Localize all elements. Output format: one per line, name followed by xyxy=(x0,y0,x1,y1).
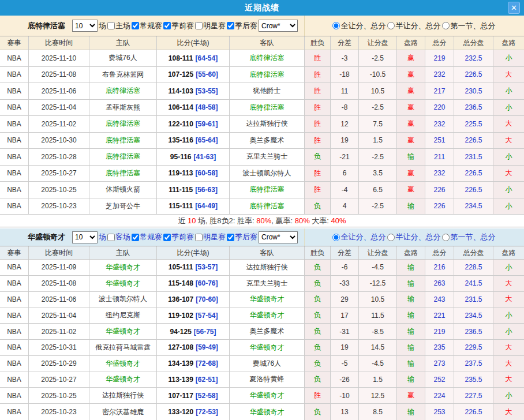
team-section-pistons: 底特律活塞 10 场 主场常规赛季前赛明星赛季后赛 Crow* 全让分、总分半让… xyxy=(0,16,524,228)
score-half-time: [64-54] xyxy=(196,54,218,62)
cell-score: 119-102[57-54] xyxy=(157,308,230,323)
cell-win-loss: 负 xyxy=(305,276,331,291)
team-name: 底特律活塞 xyxy=(28,21,65,31)
filter-checkbox-label: 明星赛 xyxy=(203,21,226,31)
filter-checkbox-label: 常规赛 xyxy=(140,21,162,31)
cell-point-diff: -31 xyxy=(331,324,359,339)
cell-over-under: 大 xyxy=(493,166,524,182)
close-icon[interactable]: ✕ xyxy=(508,2,520,14)
summary-text: 场, 胜8负2: 胜率: xyxy=(196,216,256,226)
score-full-time: 108-111 xyxy=(169,54,193,62)
cell-point-diff: -18 xyxy=(331,67,359,83)
filter-checkbox[interactable] xyxy=(195,234,203,241)
game-row: NBA2025-11-02华盛顿奇才94-125[56-75]奥兰多魔术负-31… xyxy=(0,324,524,340)
odds-type-radio-label: 第一节、总分 xyxy=(451,21,496,31)
filter-checkbox[interactable] xyxy=(107,234,115,241)
games-count-suffix: 场 xyxy=(99,21,106,31)
cell-handicap-result: 输 xyxy=(397,356,425,372)
odds-type-radio[interactable] xyxy=(442,234,450,241)
cell-point-diff: -5 xyxy=(331,356,359,372)
score-half-time: [65-64] xyxy=(196,136,218,144)
column-header: 比分(半场) xyxy=(157,246,230,259)
filter-checkbox-label: 明星赛 xyxy=(203,232,226,242)
filter-checkbox-label: 季后赛 xyxy=(235,21,257,31)
summary-row: 近 10 场, 胜8负2: 胜率: 80%, 赢率: 80% 大率: 40% xyxy=(0,215,524,227)
cell-date: 2025-11-04 xyxy=(29,308,89,323)
cell-score: 113-139[62-51] xyxy=(157,372,230,388)
filter-checkbox-item: 季后赛 xyxy=(226,21,257,31)
filter-checkbox[interactable] xyxy=(163,234,171,241)
column-header: 胜负 xyxy=(305,246,331,259)
games-count-select[interactable]: 10 xyxy=(72,20,98,32)
score-half-time: [53-55] xyxy=(196,87,218,95)
cell-point-diff: -21 xyxy=(331,149,359,165)
score-full-time: 106-114 xyxy=(168,103,193,111)
odds-type-radio[interactable] xyxy=(387,22,395,29)
cell-point-diff: -33 xyxy=(331,276,359,291)
games-count-select[interactable]: 10 xyxy=(72,231,98,243)
filter-checkbox[interactable] xyxy=(163,22,171,29)
cell-date: 2025-11-08 xyxy=(29,67,89,83)
cell-total-line: 227.5 xyxy=(454,388,493,403)
cell-handicap-line: 11.5 xyxy=(359,308,397,323)
odds-type-radio[interactable] xyxy=(332,234,340,241)
cell-away-team: 华盛顿奇才 xyxy=(230,340,305,355)
game-row: NBA2025-11-09华盛顿奇才105-111[53-57]达拉斯独行侠负-… xyxy=(0,260,524,276)
filter-checkbox[interactable] xyxy=(195,22,203,29)
cell-away-team: 克里夫兰骑士 xyxy=(230,149,305,165)
summary-text: 大率: xyxy=(310,216,331,226)
cell-home-team: 达拉斯独行侠 xyxy=(89,388,157,403)
odds-type-radio[interactable] xyxy=(442,22,450,29)
score-half-time: [72-53] xyxy=(196,408,218,416)
cell-league: NBA xyxy=(0,67,29,83)
filter-checkbox[interactable] xyxy=(227,22,234,29)
cell-handicap-result: 赢 xyxy=(397,67,425,83)
bookmaker-select[interactable]: Crow* xyxy=(259,231,298,243)
cell-home-team: 费城76人 xyxy=(89,50,157,66)
cell-point-diff: -6 xyxy=(331,260,359,275)
cell-score: 114-103[53-55] xyxy=(157,83,230,99)
odds-type-radio[interactable] xyxy=(332,22,340,29)
score-half-time: [72-68] xyxy=(196,359,218,367)
odds-type-radio[interactable] xyxy=(387,234,395,241)
column-header: 盘路 xyxy=(397,246,425,259)
cell-date: 2025-10-27 xyxy=(29,372,89,388)
cell-total-points: 226 xyxy=(425,198,454,215)
cell-handicap-line: 14.5 xyxy=(359,340,397,355)
cell-over-under: 大 xyxy=(493,340,524,355)
filter-checkbox-item: 明星赛 xyxy=(194,232,226,242)
cell-over-under: 大 xyxy=(493,292,524,308)
cell-total-points: 217 xyxy=(425,83,454,99)
cell-total-line: 226.5 xyxy=(454,182,493,198)
cell-league: NBA xyxy=(0,260,29,275)
filter-checkbox[interactable] xyxy=(227,234,234,241)
results-table: NBA2025-11-10费城76人108-111[64-54]底特律活塞胜-3… xyxy=(0,50,524,215)
score-full-time: 135-116 xyxy=(168,136,193,144)
odds-type-radio-label: 全让分、总分 xyxy=(341,232,386,242)
cell-point-diff: -8 xyxy=(331,100,359,116)
cell-total-points: 221 xyxy=(425,308,454,323)
cell-league: NBA xyxy=(0,404,29,420)
filter-checkbox[interactable] xyxy=(107,22,115,29)
cell-date: 2025-11-04 xyxy=(29,100,89,116)
cell-date: 2025-11-06 xyxy=(29,292,89,308)
score-half-time: [41-63] xyxy=(194,153,216,161)
odds-type-radio-label: 半让分、总分 xyxy=(396,232,441,242)
game-row: NBA2025-10-25达拉斯独行侠107-117[52-58]华盛顿奇才胜-… xyxy=(0,388,524,404)
cell-score: 133-120[72-53] xyxy=(157,404,230,420)
game-row: NBA2025-11-04纽约尼克斯119-102[57-54]华盛顿奇才负17… xyxy=(0,308,524,324)
filter-checkbox[interactable] xyxy=(132,22,139,29)
cell-home-team: 底特律活塞 xyxy=(89,83,157,99)
bookmaker-select[interactable]: Crow* xyxy=(259,20,298,32)
cell-point-diff: -26 xyxy=(331,372,359,388)
filter-checkbox-item: 季前赛 xyxy=(162,232,194,242)
game-row: NBA2025-11-06波士顿凯尔特人136-107[70-60]华盛顿奇才负… xyxy=(0,292,524,308)
filter-checkbox[interactable] xyxy=(132,234,139,241)
cell-home-team: 孟菲斯灰熊 xyxy=(89,100,157,116)
column-header: 总分盘 xyxy=(454,246,493,259)
recent-results-dialog: 近期战绩 ✕ 底特律活塞 10 场 主场常规赛季前赛明星赛季后赛 Crow* 全… xyxy=(0,0,524,420)
cell-away-team: 波士顿凯尔特人 xyxy=(230,166,305,182)
cell-date: 2025-10-28 xyxy=(29,149,89,165)
score-full-time: 111-115 xyxy=(169,186,193,194)
cell-handicap-line: 1.5 xyxy=(359,372,397,388)
